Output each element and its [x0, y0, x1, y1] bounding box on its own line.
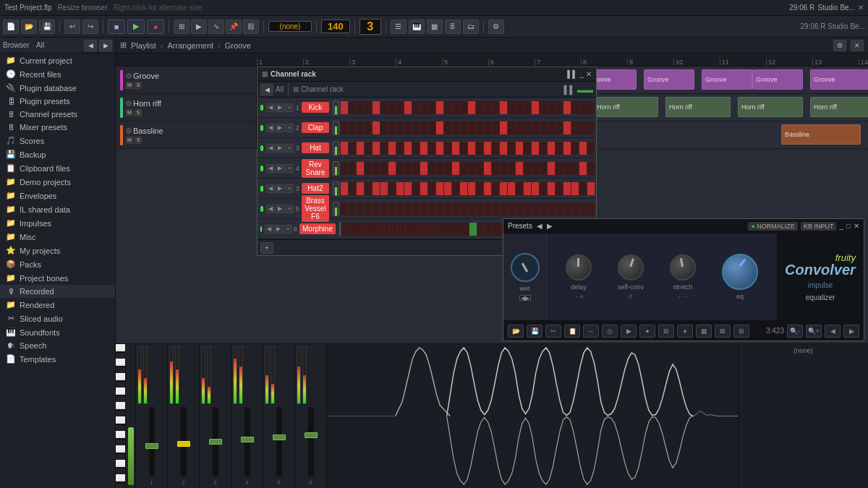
pattern-selector[interactable]: (none): [268, 21, 312, 32]
cr-pad[interactable]: [508, 202, 515, 215]
conv-cut[interactable]: ✂: [545, 325, 561, 338]
cr-led[interactable]: [260, 105, 263, 111]
cr-pad[interactable]: [341, 182, 348, 195]
conv-zoom-in[interactable]: 🔍+: [806, 325, 822, 338]
track-led[interactable]: [126, 73, 132, 79]
close-icon[interactable]: ✕: [858, 4, 864, 12]
sidebar-item-envelopes[interactable]: 📁 Envelopes: [0, 189, 115, 202]
cr-pad[interactable]: [452, 182, 459, 195]
cr-pad[interactable]: [460, 121, 467, 134]
cr-pad[interactable]: [460, 182, 467, 195]
pattern-next[interactable]: ▶: [191, 20, 207, 34]
conv-save[interactable]: 💾: [527, 325, 542, 338]
cr-pad[interactable]: [452, 202, 459, 215]
sidebar-item-sliced-audio[interactable]: ✂ Sliced audio: [0, 312, 115, 325]
cr-pad[interactable]: [365, 162, 372, 175]
mix-fader[interactable]: [145, 443, 158, 449]
cr-pad[interactable]: [477, 223, 485, 236]
cr-pad[interactable]: [587, 182, 595, 195]
cr-pad[interactable]: [563, 121, 571, 134]
time-sig-display[interactable]: 3: [359, 19, 381, 35]
cr-pad[interactable]: [500, 162, 507, 175]
mixer-button[interactable]: 🎚: [445, 20, 461, 34]
cr-pad[interactable]: [454, 223, 461, 236]
mix-fader[interactable]: [209, 439, 222, 445]
cr-pad[interactable]: [508, 121, 515, 134]
cr-pad[interactable]: [388, 182, 396, 195]
stretch-knob[interactable]: [670, 254, 696, 281]
conv-fx2[interactable]: ◎: [602, 325, 618, 338]
cr-pad[interactable]: [532, 162, 539, 175]
clip[interactable]: Horn riff: [738, 97, 803, 117]
cr-pad[interactable]: [516, 202, 523, 215]
cr-pad[interactable]: [540, 121, 547, 134]
cr-pad[interactable]: [358, 223, 365, 236]
cr-btn2[interactable]: ▶: [276, 164, 284, 173]
cr-pad[interactable]: [532, 101, 539, 114]
cr-pad[interactable]: [404, 142, 412, 155]
cr-pad[interactable]: [579, 162, 587, 175]
cr-pad[interactable]: [548, 182, 555, 195]
cr-pad[interactable]: [428, 142, 435, 155]
browser-button[interactable]: 🗂: [463, 20, 479, 34]
cr-pad[interactable]: [579, 142, 587, 155]
cr-pad[interactable]: [540, 202, 547, 215]
track-solo[interactable]: S: [135, 82, 142, 89]
cr-pad[interactable]: [373, 121, 380, 134]
cr-pad[interactable]: [587, 101, 595, 114]
selfconv-knob[interactable]: [618, 254, 644, 281]
clip[interactable]: Horn riff: [593, 97, 658, 117]
cr-pad[interactable]: [380, 121, 388, 134]
cr-pad[interactable]: [540, 162, 547, 175]
step-seq-button[interactable]: ▦: [427, 20, 443, 34]
cr-pad[interactable]: [436, 121, 443, 134]
cr-led[interactable]: [260, 226, 262, 232]
cr-vol[interactable]: [333, 161, 339, 176]
cr-pad[interactable]: [380, 202, 388, 215]
cr-btn2[interactable]: ▶: [276, 205, 284, 213]
track-solo[interactable]: S: [135, 137, 142, 144]
cr-btn1[interactable]: ◀: [266, 164, 275, 173]
cr-channel-name[interactable]: Clap: [302, 122, 328, 133]
cr-pad[interactable]: [516, 182, 523, 195]
pattern-link[interactable]: ⛓: [243, 20, 259, 34]
sidebar-item-channel-presets[interactable]: 🎚 Channel presets: [0, 108, 115, 121]
cr-pad[interactable]: [444, 202, 451, 215]
cr-pad[interactable]: [476, 142, 483, 155]
cr-pad[interactable]: [365, 202, 372, 215]
cr-pad[interactable]: [587, 202, 595, 215]
cr-pad[interactable]: [492, 162, 499, 175]
conv-rec[interactable]: ●: [639, 325, 655, 338]
cr-pad[interactable]: [571, 121, 579, 134]
eq-knob[interactable]: [722, 254, 758, 290]
cr-pad[interactable]: [374, 223, 381, 236]
cr-pad[interactable]: [587, 121, 595, 134]
conv-fx4[interactable]: ♦: [677, 325, 693, 338]
cr-pad[interactable]: [579, 101, 587, 114]
cr-btn3[interactable]: ×: [285, 124, 294, 132]
cr-pad[interactable]: [422, 223, 429, 236]
clip[interactable]: Bassline: [781, 124, 861, 145]
sidebar-item-impulses[interactable]: 📁 Impulses: [0, 216, 115, 230]
cr-pad[interactable]: [341, 142, 348, 155]
cr-pad[interactable]: [508, 182, 515, 195]
cr-btn3[interactable]: ×: [285, 184, 294, 193]
sidebar-item-my-projects[interactable]: ⭐ My projects: [0, 244, 115, 257]
cr-pad[interactable]: [468, 121, 475, 134]
cr-pad[interactable]: [373, 182, 380, 195]
cr-pad[interactable]: [476, 182, 483, 195]
save-button[interactable]: 💾: [39, 20, 55, 34]
playlist-settings[interactable]: ⚙: [833, 40, 846, 51]
cr-pad[interactable]: [476, 101, 483, 114]
clip[interactable]: Groove: [810, 69, 868, 90]
cr-btn3[interactable]: ×: [285, 144, 294, 153]
cr-pad[interactable]: [420, 202, 427, 215]
cr-pad[interactable]: [484, 142, 491, 155]
sidebar-item-packs[interactable]: 📦 Packs: [0, 257, 115, 271]
cr-pad[interactable]: [500, 101, 507, 114]
cr-pad[interactable]: [452, 162, 459, 175]
cr-btn1[interactable]: ◀: [265, 225, 273, 234]
cr-pad[interactable]: [452, 142, 459, 155]
sidebar-item-templates[interactable]: 📄 Templates: [0, 352, 115, 366]
cr-pad[interactable]: [349, 182, 356, 195]
